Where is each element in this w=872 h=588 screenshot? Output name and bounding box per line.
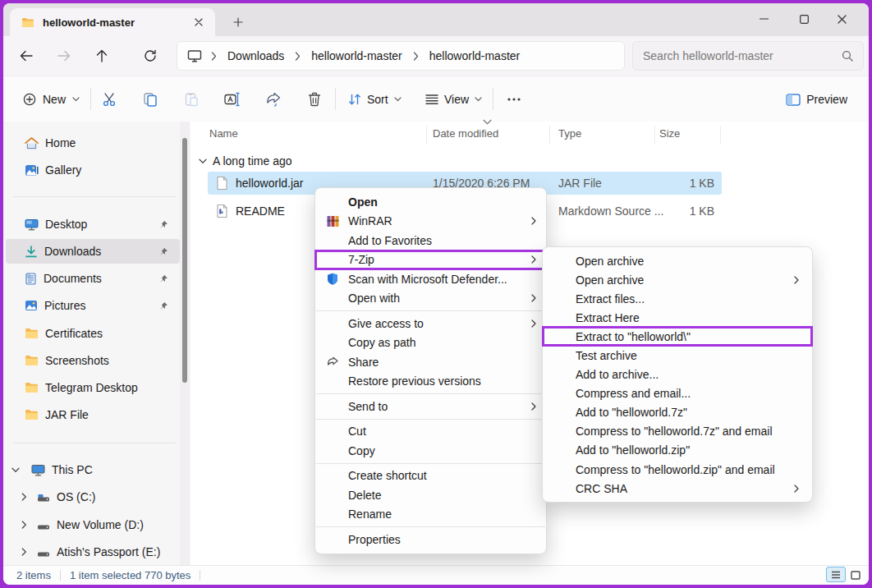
submenu-item-compress-and-email[interactable]: Compress and email... [543, 384, 812, 403]
column-header-type[interactable]: Type [558, 127, 581, 140]
sidebar-item-certificates[interactable]: Certificates [6, 321, 180, 346]
context-menu-item-copy[interactable]: Copy [315, 441, 546, 461]
pictures-icon [25, 300, 38, 311]
submenu-item-add-to-archive[interactable]: Add to archive... [543, 365, 812, 384]
back-button[interactable] [13, 43, 39, 69]
submenu-arrow-icon [531, 319, 536, 328]
large-icons-view-toggle[interactable] [847, 568, 865, 582]
file-size: 1 KB [651, 200, 714, 223]
context-menu-item-winrar[interactable]: WinRAR [315, 212, 546, 232]
breadcrumb-segment[interactable]: helloworld-master [428, 48, 521, 64]
submenu-item-extract-to-helloworld[interactable]: Extract to "helloworld\" [543, 327, 812, 346]
paste-button[interactable] [177, 85, 206, 114]
sidebar-item-this-pc[interactable]: This PC [6, 457, 180, 482]
view-button[interactable]: View [419, 86, 489, 113]
sidebar-scrollbar-thumb[interactable] [182, 138, 187, 383]
sort-icon [348, 93, 361, 106]
submenu-item-extract-files[interactable]: Extract files... [543, 289, 812, 308]
context-menu-item-restore-previous-versions[interactable]: Restore previous versions [315, 372, 546, 392]
submenu-item-add-to-7z[interactable]: Add to "helloworld.7z" [543, 403, 812, 422]
sidebar-divider [13, 196, 176, 197]
command-bar: New Sort View [3, 76, 869, 123]
close-icon [838, 15, 847, 24]
sidebar-item-new-volume-d[interactable]: New Volume (D:) [6, 512, 180, 537]
minimize-button[interactable] [745, 3, 783, 34]
sidebar-item-documents[interactable]: Documents [6, 266, 180, 291]
new-button[interactable]: New [15, 86, 88, 113]
sidebar-item-downloads[interactable]: Downloads [6, 239, 180, 264]
context-menu-item-add-to-favorites[interactable]: Add to Favorites [315, 231, 546, 250]
maximize-button[interactable] [785, 3, 823, 34]
menu-separator [316, 419, 545, 420]
details-view-icon [831, 571, 841, 579]
menu-separator [316, 310, 545, 311]
new-tab-button[interactable] [227, 11, 250, 34]
refresh-button[interactable] [137, 43, 163, 69]
breadcrumb-segment[interactable]: helloworld-master [310, 48, 403, 64]
delete-button[interactable] [300, 85, 329, 114]
column-header-size[interactable]: Size [659, 127, 680, 140]
submenu-item-crc-sha[interactable]: CRC SHA [543, 479, 812, 498]
context-menu-item-7-zip[interactable]: 7-Zip [315, 250, 546, 270]
menu-separator [316, 463, 545, 464]
column-separator[interactable] [426, 126, 427, 144]
cut-button[interactable] [94, 85, 124, 114]
context-menu-item-open[interactable]: Open [315, 192, 546, 212]
context-menu-item-share[interactable]: Share [315, 352, 546, 372]
sidebar-item-gallery[interactable]: Gallery [6, 158, 180, 182]
column-separator[interactable] [654, 126, 655, 144]
context-menu-item-cut[interactable]: Cut [315, 422, 546, 442]
context-menu-item-create-shortcut[interactable]: Create shortcut [315, 466, 546, 486]
sidebar-item-pictures[interactable]: Pictures [6, 293, 180, 318]
submenu-item-extract-here[interactable]: Extract Here [543, 308, 812, 327]
more-options-button[interactable] [499, 85, 529, 114]
submenu-item-add-to-zip[interactable]: Add to "helloworld.zip" [543, 441, 812, 460]
context-menu-item-properties[interactable]: Properties [315, 530, 546, 549]
context-menu-item-send-to[interactable]: Send to [315, 397, 546, 416]
group-header[interactable]: A long time ago [199, 154, 292, 168]
context-menu-item-delete[interactable]: Delete [315, 485, 546, 505]
sidebar-item-telegram-desktop[interactable]: Telegram Desktop [6, 375, 180, 400]
column-separator[interactable] [549, 126, 550, 144]
sidebar-item-jar-file[interactable]: JAR File [6, 402, 180, 427]
submenu-item-compress-to-zip-and-email[interactable]: Compress to "helloworld.zip" and email [543, 460, 812, 479]
pin-icon [159, 301, 168, 310]
details-view-toggle[interactable] [826, 567, 846, 582]
chevron-right-icon [21, 521, 27, 529]
column-header-name[interactable]: Name [209, 127, 238, 140]
share-button[interactable] [259, 85, 288, 114]
copy-button[interactable] [135, 85, 165, 114]
submenu-arrow-icon [531, 294, 536, 302]
drive-icon [37, 520, 50, 531]
sidebar-item-home[interactable]: Home [6, 131, 180, 155]
winrar-icon [327, 215, 339, 227]
context-menu-item-give-access-to[interactable]: Give access to [315, 314, 546, 333]
arrow-right-icon [57, 50, 71, 62]
breadcrumb-segment[interactable]: Downloads [226, 48, 286, 64]
submenu-item-compress-to-7z-and-email[interactable]: Compress to "helloworld.7z" and email [543, 422, 812, 441]
forward-button[interactable] [51, 43, 77, 69]
sort-button[interactable]: Sort [342, 86, 408, 113]
close-window-button[interactable] [823, 3, 861, 34]
column-header-date-modified[interactable]: Date modified [433, 127, 498, 140]
file-icon [216, 176, 228, 191]
tab-close-button[interactable] [189, 12, 209, 32]
submenu-item-open-archive[interactable]: Open archive [543, 251, 812, 270]
sidebar-item-os-c[interactable]: OS (C:) [6, 485, 180, 509]
rename-button[interactable] [218, 85, 247, 114]
explorer-tab[interactable]: helloworld-master [10, 8, 215, 36]
sidebar-item-desktop[interactable]: Desktop [6, 212, 180, 237]
search-box[interactable]: Search helloworld-master [632, 41, 864, 71]
context-menu-item-rename[interactable]: Rename [315, 505, 546, 525]
sidebar-item-atishs-passport-e[interactable]: Atish's Passport (E:) [6, 540, 180, 564]
sidebar-item-screenshots[interactable]: Screenshots [6, 348, 180, 373]
context-menu-item-scan-with-defender[interactable]: Scan with Microsoft Defender... [315, 269, 546, 289]
submenu-arrow-icon [531, 402, 536, 411]
submenu-item-test-archive[interactable]: Test archive [543, 346, 812, 365]
context-menu-item-copy-as-path[interactable]: Copy as path [315, 333, 546, 353]
up-button[interactable] [89, 43, 115, 69]
submenu-item-open-archive-with[interactable]: Open archive [543, 270, 812, 289]
context-menu-item-open-with[interactable]: Open with [315, 289, 546, 309]
column-separator[interactable] [720, 126, 721, 144]
preview-button[interactable]: Preview [779, 86, 854, 113]
